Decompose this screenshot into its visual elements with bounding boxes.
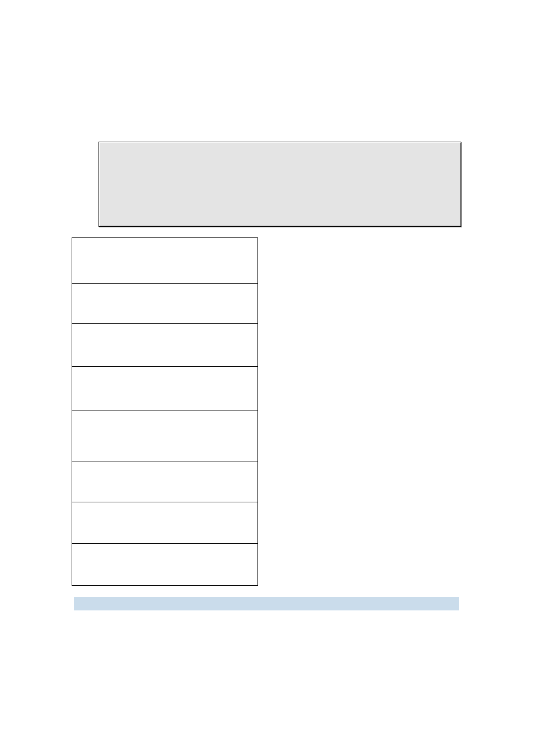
grey-panel [99, 142, 461, 227]
table-row [72, 502, 257, 544]
table [72, 237, 258, 586]
table-row [72, 284, 257, 324]
table-row [72, 324, 257, 367]
table-row [72, 238, 257, 284]
page [0, 0, 534, 756]
table-row [72, 410, 257, 461]
table-row [72, 461, 257, 502]
blue-highlight-bar [74, 597, 459, 610]
table-row [72, 367, 257, 410]
table-row [72, 544, 257, 586]
